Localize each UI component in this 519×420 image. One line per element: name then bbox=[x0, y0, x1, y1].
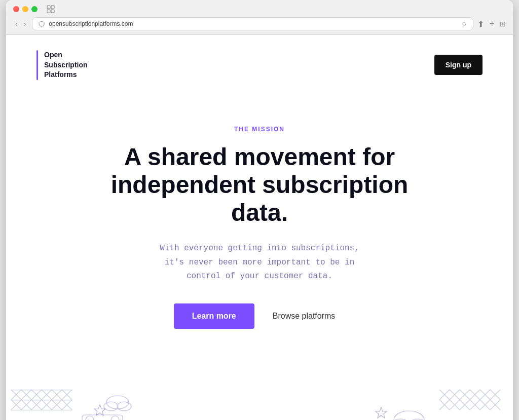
svg-point-160 bbox=[104, 402, 118, 411]
close-button[interactable] bbox=[13, 6, 19, 12]
browser-controls bbox=[47, 5, 55, 13]
svg-point-161 bbox=[117, 402, 131, 411]
logo-bar bbox=[36, 50, 38, 80]
svg-rect-150 bbox=[82, 415, 123, 420]
share-button[interactable]: ⬆ bbox=[477, 19, 484, 29]
svg-point-151 bbox=[86, 416, 94, 420]
website-content: Open Subscription Platforms Sign up THE … bbox=[6, 35, 513, 420]
traffic-lights bbox=[13, 6, 38, 12]
window-icon bbox=[47, 5, 55, 13]
browser-actions: ⬆ + ⊞ bbox=[477, 19, 506, 29]
mission-label: THE MISSION bbox=[26, 126, 493, 133]
address-bar[interactable]: opensubscriptionplatforms.com bbox=[32, 17, 473, 30]
logo: Open Subscription Platforms bbox=[36, 50, 88, 80]
svg-rect-1 bbox=[51, 6, 54, 9]
browser-toolbar: ‹ › opensubscriptionplatforms.com ⬆ + ⊞ bbox=[13, 17, 506, 34]
svg-rect-2 bbox=[47, 10, 50, 13]
learn-more-button[interactable]: Learn more bbox=[174, 303, 254, 329]
hero-title-line2: independent subscription data. bbox=[111, 171, 409, 226]
browser-window: ‹ › opensubscriptionplatforms.com ⬆ + ⊞ bbox=[6, 0, 513, 420]
cta-buttons: Learn more Browse platforms bbox=[26, 303, 493, 329]
minimize-button[interactable] bbox=[22, 6, 28, 12]
logo-line3: Platforms bbox=[44, 70, 77, 79]
logo-line2: Subscription bbox=[44, 61, 88, 69]
logo-text: Open Subscription Platforms bbox=[44, 50, 88, 80]
signup-button[interactable]: Sign up bbox=[434, 55, 483, 75]
svg-point-152 bbox=[111, 416, 119, 420]
hero-subtitle: With everyone getting into subscriptions… bbox=[138, 242, 381, 283]
back-button[interactable]: ‹ bbox=[13, 19, 20, 29]
grid-button[interactable]: ⊞ bbox=[500, 20, 506, 28]
site-header: Open Subscription Platforms Sign up bbox=[6, 35, 513, 95]
browser-titlebar bbox=[13, 5, 506, 13]
url-text: opensubscriptionplatforms.com bbox=[49, 20, 133, 27]
hero-section: THE MISSION A shared movement for indepe… bbox=[6, 95, 513, 374]
refresh-icon bbox=[462, 21, 467, 26]
svg-rect-29 bbox=[11, 400, 72, 401]
browse-platforms-button[interactable]: Browse platforms bbox=[263, 303, 346, 329]
illustration-svg bbox=[6, 374, 513, 420]
shield-icon bbox=[39, 21, 45, 27]
svg-marker-102 bbox=[376, 407, 387, 418]
svg-rect-28 bbox=[11, 390, 72, 391]
logo-line1: Open bbox=[44, 51, 62, 59]
hero-illustration bbox=[6, 374, 513, 420]
browser-chrome: ‹ › opensubscriptionplatforms.com ⬆ + ⊞ bbox=[6, 0, 513, 35]
svg-point-99 bbox=[394, 411, 424, 420]
svg-point-159 bbox=[106, 396, 129, 409]
svg-rect-30 bbox=[11, 410, 72, 411]
hero-title: A shared movement for independent subscr… bbox=[102, 143, 417, 227]
maximize-button[interactable] bbox=[31, 6, 38, 12]
hero-title-line1: A shared movement for bbox=[124, 143, 395, 170]
forward-button[interactable]: › bbox=[22, 19, 28, 29]
new-tab-button[interactable]: + bbox=[489, 19, 495, 29]
svg-rect-3 bbox=[51, 10, 54, 13]
nav-buttons: ‹ › bbox=[13, 19, 28, 29]
svg-rect-0 bbox=[47, 6, 50, 9]
